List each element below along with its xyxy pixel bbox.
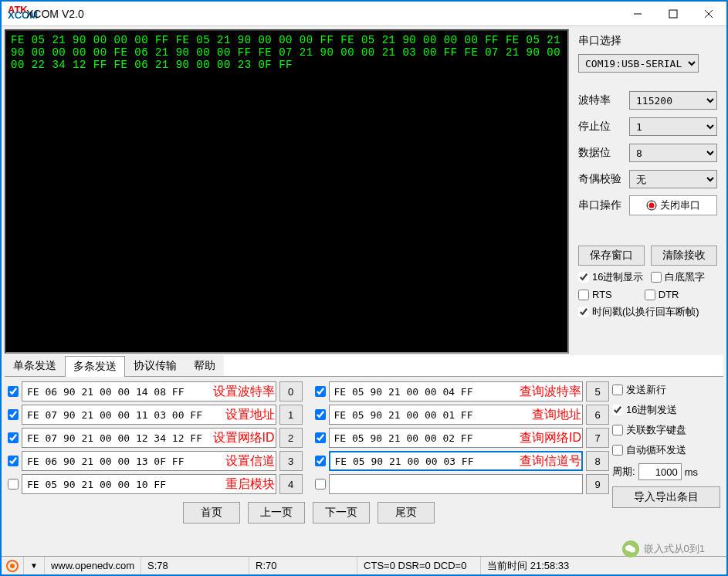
- app-logo: ATK XCOM: [8, 7, 22, 21]
- baud-select[interactable]: 115200: [629, 91, 717, 110]
- send-row: 查询波特率 5: [315, 381, 610, 402]
- send-command-input[interactable]: [22, 474, 276, 494]
- terminal-output[interactable]: FE 05 21 90 00 00 00 FF FE 05 21 90 00 0…: [5, 29, 569, 354]
- send-slot-button-4[interactable]: 4: [279, 474, 303, 494]
- period-input[interactable]: [638, 463, 682, 480]
- send-slot-button-9[interactable]: 9: [586, 474, 609, 494]
- port-select[interactable]: COM19:USB-SERIAL: [578, 54, 699, 73]
- record-icon: [646, 200, 657, 211]
- stop-select[interactable]: 1: [629, 117, 717, 136]
- data-select[interactable]: 8: [629, 144, 717, 162]
- status-dropdown[interactable]: ▼: [24, 557, 45, 574]
- close-button[interactable]: [691, 2, 726, 25]
- send-command-input[interactable]: [329, 451, 584, 471]
- tab-single-send[interactable]: 单条发送: [5, 355, 65, 376]
- sent-count: S:78: [141, 557, 249, 574]
- send-row-checkbox[interactable]: [315, 432, 326, 443]
- period-label: 周期:: [612, 465, 635, 479]
- signal-status: CTS=0 DSR=0 DCD=0: [357, 557, 481, 574]
- clear-recv-button[interactable]: 清除接收: [651, 246, 717, 266]
- send-slot-button-5[interactable]: 5: [586, 381, 609, 402]
- rts-checkbox[interactable]: [578, 290, 589, 300]
- send-row-checkbox[interactable]: [8, 479, 19, 490]
- status-bar: ▼ www.openedv.com S:78 R:70 CTS=0 DSR=0 …: [2, 556, 726, 574]
- auto-loop-checkbox[interactable]: [612, 445, 623, 456]
- send-options-panel: 发送新行 16进制发送 关联数字键盘 自动循环发送 周期:ms 导入导出条目: [612, 381, 720, 550]
- send-row: 查询地址 6: [315, 405, 610, 425]
- send-slot-button-6[interactable]: 6: [586, 405, 609, 425]
- send-command-input[interactable]: [22, 451, 276, 471]
- current-time: 当前时间 21:58:33: [481, 557, 726, 574]
- tab-protocol[interactable]: 协议传输: [125, 355, 185, 376]
- send-row: 设置信道 3: [8, 451, 303, 471]
- svg-rect-1: [669, 10, 677, 18]
- nav-next-button[interactable]: 下一页: [313, 502, 370, 523]
- send-row-checkbox[interactable]: [315, 386, 326, 397]
- send-command-input[interactable]: [329, 474, 584, 494]
- send-command-input[interactable]: [22, 428, 276, 448]
- white-bg-checkbox[interactable]: [651, 272, 662, 283]
- parity-label: 奇偶校验: [578, 172, 625, 186]
- timestamp-checkbox[interactable]: [578, 307, 589, 317]
- send-row-checkbox[interactable]: [8, 409, 19, 420]
- status-icon: [6, 560, 19, 572]
- svg-point-5: [649, 203, 655, 208]
- send-slot-button-7[interactable]: 7: [586, 428, 609, 448]
- stop-label: 停止位: [578, 120, 625, 134]
- nav-prev-button[interactable]: 上一页: [248, 502, 305, 523]
- save-window-button[interactable]: 保存窗口: [578, 246, 645, 266]
- parity-select[interactable]: 无: [629, 170, 717, 188]
- send-slot-button-8[interactable]: 8: [586, 451, 609, 471]
- serial-settings-panel: 串口选择 COM19:USB-SERIAL 波特率115200 停止位1 数据位…: [569, 29, 723, 354]
- send-slot-button-3[interactable]: 3: [279, 451, 303, 471]
- tab-help[interactable]: 帮助: [185, 355, 224, 376]
- send-newline-checkbox[interactable]: [612, 385, 623, 395]
- send-row: 设置地址 1: [8, 405, 303, 425]
- send-tabs: 单条发送 多条发送 协议传输 帮助: [5, 355, 723, 377]
- svg-point-7: [10, 564, 15, 568]
- hex-display-checkbox[interactable]: [578, 272, 589, 283]
- data-label: 数据位: [578, 146, 625, 160]
- send-command-input[interactable]: [329, 405, 584, 425]
- send-row: 9: [315, 474, 610, 494]
- send-row: 查询信道号 8: [315, 451, 610, 471]
- recv-count: R:70: [249, 557, 357, 574]
- maximize-button[interactable]: [655, 2, 691, 25]
- send-row-checkbox[interactable]: [8, 456, 19, 466]
- send-command-input[interactable]: [329, 381, 584, 402]
- send-slot-button-2[interactable]: 2: [279, 428, 303, 448]
- send-command-input[interactable]: [22, 405, 276, 425]
- send-slot-button-0[interactable]: 0: [279, 381, 303, 402]
- titlebar: ATK XCOM XCOM V2.0: [2, 2, 726, 26]
- dtr-checkbox[interactable]: [645, 290, 655, 300]
- send-row-checkbox[interactable]: [315, 409, 326, 420]
- send-row: 重启模块 4: [8, 474, 303, 494]
- send-row: 查询网络ID 7: [315, 428, 610, 448]
- numpad-checkbox[interactable]: [612, 425, 623, 435]
- hex-send-checkbox[interactable]: [612, 405, 623, 415]
- baud-label: 波特率: [578, 93, 625, 107]
- send-row-checkbox[interactable]: [8, 432, 19, 443]
- close-port-button[interactable]: 关闭串口: [629, 195, 717, 215]
- send-slot-button-1[interactable]: 1: [279, 405, 303, 425]
- nav-last-button[interactable]: 尾页: [378, 502, 435, 523]
- send-command-input[interactable]: [22, 381, 276, 402]
- send-row: 设置网络ID 2: [8, 428, 303, 448]
- tab-multi-send[interactable]: 多条发送: [65, 356, 125, 377]
- import-export-button[interactable]: 导入导出条目: [612, 486, 720, 508]
- window-title: XCOM V2.0: [26, 8, 620, 20]
- port-select-label: 串口选择: [578, 34, 717, 48]
- minimize-button[interactable]: [620, 2, 655, 25]
- send-row-checkbox[interactable]: [315, 479, 326, 490]
- op-label: 串口操作: [578, 198, 625, 212]
- send-row-checkbox[interactable]: [8, 386, 19, 397]
- send-row: 设置波特率 0: [8, 381, 303, 402]
- nav-home-button[interactable]: 首页: [183, 502, 240, 523]
- send-row-checkbox[interactable]: [315, 456, 326, 466]
- website-link[interactable]: www.openedv.com: [51, 560, 134, 571]
- send-command-input[interactable]: [329, 428, 584, 448]
